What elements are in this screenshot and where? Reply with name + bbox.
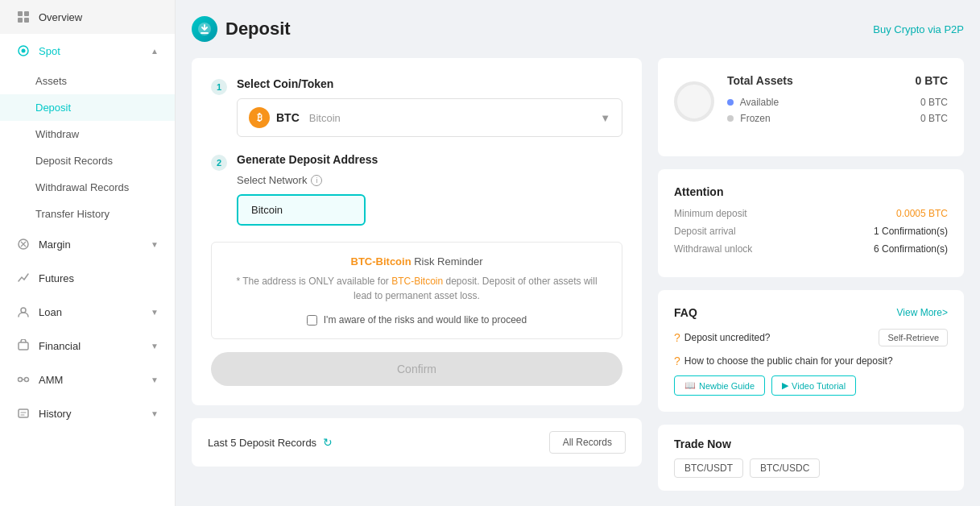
frozen-label: Frozen: [740, 113, 770, 124]
sidebar-item-withdraw[interactable]: Withdraw: [0, 121, 175, 147]
frozen-row: Frozen 0 BTC: [727, 113, 948, 124]
network-selected[interactable]: Bitcoin: [237, 194, 366, 226]
step2: 2 Generate Deposit Address Select Networ…: [211, 153, 622, 226]
svg-rect-2: [18, 18, 23, 23]
sidebar-item-withdrawal-records[interactable]: Withdrawal Records: [0, 174, 175, 201]
refresh-icon[interactable]: ↻: [323, 436, 333, 449]
main-content: Deposit Buy Crypto via P2P 1 Select Coin…: [176, 0, 980, 506]
faq-q2-text: How to choose the public chain for your …: [684, 355, 893, 367]
history-icon: [16, 406, 31, 421]
faq-title: FAQ: [674, 306, 697, 319]
loan-chevron-icon: ▼: [151, 308, 159, 317]
buy-crypto-link[interactable]: Buy Crypto via P2P: [873, 23, 964, 35]
trade-pairs: BTC/USDT BTC/USDC: [674, 458, 948, 478]
attention-title: Attention: [674, 185, 948, 198]
faq-buttons: 📖 Newbie Guide ▶ Video Tutorial: [674, 375, 948, 396]
newbie-guide-button[interactable]: 📖 Newbie Guide: [674, 375, 765, 396]
confirm-button[interactable]: Confirm: [211, 352, 622, 386]
checkbox-label: I'm aware of the risks and would like to…: [324, 314, 527, 326]
unlock-label: Withdrawal unlock: [674, 243, 752, 255]
info-icon[interactable]: i: [311, 175, 322, 186]
faq-question-2: ? How to choose the public chain for you…: [674, 355, 893, 367]
risk-body: * The address is ONLY available for BTC-…: [228, 274, 606, 303]
sidebar-item-history[interactable]: History ▼: [0, 396, 175, 430]
view-more-link[interactable]: View More>: [897, 307, 948, 318]
risk-reminder-box: BTC-Bitcoin Risk Reminder * The address …: [211, 242, 622, 339]
assets-section: Total Assets 0 BTC Available 0 BTC: [658, 58, 964, 156]
margin-icon: [16, 237, 31, 251]
assets-header: Total Assets 0 BTC: [727, 74, 948, 87]
futures-icon: [16, 271, 31, 285]
transfer-history-label: Transfer History: [35, 208, 110, 220]
unlock-value: 6 Confirmation(s): [874, 243, 948, 255]
coin-name: Bitcoin: [309, 112, 341, 124]
deposit-label: Deposit: [35, 102, 71, 114]
footer-section: Last 5 Deposit Records ↻ All Records: [192, 418, 642, 467]
trade-now-section: Trade Now BTC/USDT BTC/USDC: [658, 425, 964, 491]
risk-title-suffix: Risk Reminder: [414, 255, 482, 268]
coin-dropdown-icon: ▼: [600, 112, 610, 124]
self-retrieve-button[interactable]: Self-Retrieve: [879, 329, 948, 346]
arrival-row: Deposit arrival 1 Confirmation(s): [674, 226, 948, 237]
available-row: Available 0 BTC: [727, 97, 948, 108]
unlock-row: Withdrawal unlock 6 Confirmation(s): [674, 243, 948, 255]
frozen-dot: [727, 115, 734, 122]
book-icon: 📖: [684, 380, 696, 391]
available-label-area: Available: [727, 97, 779, 108]
sidebar-futures-label: Futures: [39, 272, 159, 284]
sidebar-item-deposit-records[interactable]: Deposit Records: [0, 147, 175, 174]
arrival-label: Deposit arrival: [674, 226, 736, 237]
btc-icon: ₿: [249, 107, 270, 128]
svg-rect-11: [19, 409, 28, 417]
trade-pair-btc-usdt[interactable]: BTC/USDT: [674, 458, 743, 478]
financial-chevron-icon: ▼: [151, 342, 159, 350]
sidebar-item-financial[interactable]: Financial ▼: [0, 329, 175, 363]
faq-header: FAQ View More>: [674, 306, 948, 319]
min-deposit-value: 0.0005 BTC: [896, 208, 948, 219]
sidebar-item-assets[interactable]: Assets: [0, 68, 175, 94]
sidebar-item-loan[interactable]: Loan ▼: [0, 295, 175, 329]
video-tutorial-button[interactable]: ▶ Video Tutorial: [771, 375, 856, 396]
spot-icon: [16, 44, 31, 58]
sidebar-item-amm[interactable]: AMM ▼: [0, 363, 175, 396]
sidebar-item-spot[interactable]: Spot ▲: [0, 34, 175, 68]
coin-selector[interactable]: ₿ BTC Bitcoin ▼: [237, 98, 622, 137]
sidebar-item-futures[interactable]: Futures: [0, 261, 175, 295]
svg-point-5: [22, 49, 26, 53]
trade-title: Trade Now: [674, 438, 948, 450]
svg-point-9: [19, 378, 23, 382]
history-chevron-icon: ▼: [151, 409, 159, 418]
svg-point-7: [21, 308, 26, 313]
aware-checkbox[interactable]: [307, 315, 317, 326]
assets-total-value: 0 BTC: [916, 74, 948, 87]
faq-row-1: ? Deposit uncredited? Self-Retrieve: [674, 329, 948, 346]
faq-q1-icon: ?: [674, 331, 680, 344]
right-panel: Total Assets 0 BTC Available 0 BTC: [658, 58, 964, 491]
attention-section: Attention Minimum deposit 0.0005 BTC Dep…: [658, 169, 964, 277]
overview-icon: [16, 10, 31, 24]
sidebar-overview-label: Overview: [39, 11, 159, 23]
step1-number: 1: [211, 79, 227, 95]
step1: 1 Select Coin/Token ₿ BTC Bitcoin ▼: [211, 77, 622, 137]
avatar: [674, 81, 714, 122]
coin-symbol: BTC: [276, 111, 300, 124]
amm-chevron-icon: ▼: [151, 375, 159, 384]
deposit-records-label: Deposit Records: [35, 155, 113, 167]
sidebar-item-deposit[interactable]: Deposit: [0, 94, 175, 121]
title-area: Deposit: [192, 16, 291, 42]
svg-rect-1: [24, 11, 29, 16]
available-label: Available: [740, 97, 779, 108]
sidebar-loan-label: Loan: [39, 306, 143, 318]
deposit-card: 1 Select Coin/Token ₿ BTC Bitcoin ▼: [192, 58, 642, 405]
trade-pair-btc-usdc[interactable]: BTC/USDC: [750, 458, 820, 478]
sidebar-item-margin[interactable]: Margin ▼: [0, 227, 175, 261]
step1-content: Select Coin/Token ₿ BTC Bitcoin ▼: [237, 77, 622, 137]
sidebar-item-transfer-history[interactable]: Transfer History: [0, 201, 175, 227]
sidebar-financial-label: Financial: [39, 340, 143, 352]
coin-info: ₿ BTC Bitcoin: [249, 107, 341, 128]
sidebar-spot-label: Spot: [39, 45, 143, 57]
sidebar-item-overview[interactable]: Overview: [0, 0, 175, 34]
assets-title: Total Assets: [727, 74, 793, 87]
sidebar-amm-label: AMM: [39, 374, 143, 386]
all-records-button[interactable]: All Records: [549, 431, 626, 454]
